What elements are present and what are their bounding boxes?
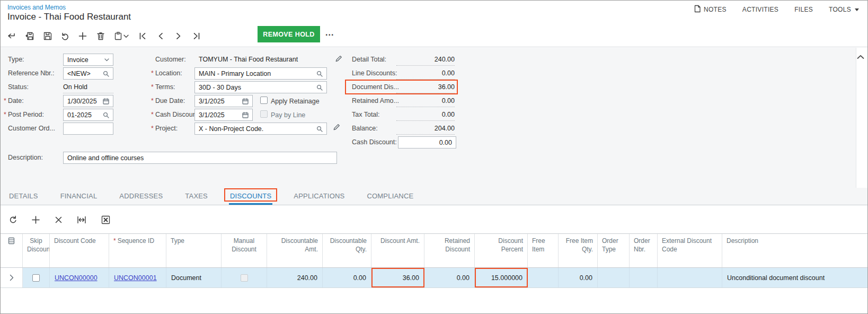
- due-date-field[interactable]: 3/1/2025: [194, 95, 253, 107]
- tab-applications[interactable]: APPLICATIONS: [293, 192, 346, 205]
- balance-label: Balance:: [352, 125, 378, 132]
- edit-customer-pencil-icon[interactable]: [334, 55, 343, 63]
- free-item-cell[interactable]: [528, 268, 559, 287]
- sequence-id-link[interactable]: UNCON00001: [114, 274, 157, 282]
- col-header-discount-percent[interactable]: Discount Percent: [475, 234, 528, 267]
- col-header-external-discount-code[interactable]: External Discount Code: [658, 234, 722, 267]
- col-header-description[interactable]: Description: [722, 234, 868, 267]
- tab-addresses[interactable]: ADDRESSES: [118, 192, 164, 205]
- save-and-close-icon[interactable]: [24, 31, 35, 41]
- project-field[interactable]: X - Non-Project Code.: [194, 123, 327, 135]
- fit-width-icon[interactable]: [76, 214, 87, 225]
- back-arrow-icon[interactable]: [6, 31, 16, 41]
- discount-amt-cell[interactable]: 36.00: [371, 268, 424, 287]
- retained-discount-cell[interactable]: 0.00: [424, 268, 475, 287]
- magnifier-icon[interactable]: [316, 126, 323, 132]
- clipboard-chevron-down-icon[interactable]: [123, 31, 129, 41]
- grid-settings-icon[interactable]: [1, 234, 23, 267]
- col-header-discountable-amt[interactable]: Discountable Amt.: [267, 234, 323, 267]
- external-discount-code-cell[interactable]: [658, 268, 722, 287]
- calendar-icon[interactable]: [103, 98, 109, 104]
- magnifier-icon[interactable]: [316, 71, 323, 77]
- notes-button[interactable]: NOTES: [694, 5, 727, 14]
- tab-compliance[interactable]: COMPLIANCE: [366, 192, 414, 205]
- magnifier-icon[interactable]: [103, 71, 109, 77]
- tab-discounts[interactable]: DISCOUNTS: [229, 192, 272, 205]
- edit-project-pencil-icon[interactable]: [332, 123, 341, 132]
- go-last-icon[interactable]: [191, 31, 202, 41]
- go-prev-icon[interactable]: [155, 31, 166, 41]
- col-header-order-type[interactable]: Order Type: [598, 234, 630, 267]
- add-row-icon[interactable]: [30, 214, 41, 225]
- magnifier-icon[interactable]: [103, 112, 109, 118]
- discounts-grid: Skip Discount Discount Code *Sequence ID…: [1, 233, 868, 288]
- date-field[interactable]: 1/30/2025: [63, 95, 113, 107]
- clipboard-icon[interactable]: [113, 31, 123, 41]
- tab-financial[interactable]: FINANCIAL: [59, 192, 99, 205]
- col-header-free-item[interactable]: Free Item: [528, 234, 559, 267]
- type-select[interactable]: Invoice: [63, 54, 113, 66]
- refresh-icon[interactable]: [7, 214, 19, 225]
- row-selector-chevron-icon[interactable]: [1, 268, 23, 287]
- undo-icon[interactable]: [60, 31, 70, 41]
- customer-order-field[interactable]: [63, 123, 113, 135]
- col-header-skip-discount[interactable]: Skip Discount: [23, 234, 50, 267]
- col-header-type[interactable]: Type: [166, 234, 222, 267]
- discountable-amt-cell[interactable]: 240.00: [267, 268, 323, 287]
- more-actions-button[interactable]: ...: [325, 28, 334, 38]
- calendar-icon[interactable]: [242, 112, 249, 118]
- save-icon[interactable]: [42, 31, 53, 41]
- customer-label: Customer:: [155, 56, 186, 63]
- remove-hold-button[interactable]: REMOVE HOLD: [258, 26, 320, 42]
- col-header-order-nbr[interactable]: Order Nbr.: [630, 234, 658, 267]
- discount-code-cell[interactable]: UNCON00000: [50, 268, 109, 287]
- skip-discount-checkbox[interactable]: [32, 274, 40, 282]
- col-header-sequence-id[interactable]: *Sequence ID: [109, 234, 166, 267]
- col-header-manual-discount[interactable]: Manual Discount: [222, 234, 267, 267]
- go-first-icon[interactable]: [137, 31, 148, 41]
- activities-button[interactable]: ACTIVITIES: [742, 6, 778, 13]
- description-cell[interactable]: Unconditional document discount: [722, 268, 868, 287]
- col-header-discount-amt[interactable]: Discount Amt.: [371, 234, 424, 267]
- apply-retainage-checkbox[interactable]: [260, 97, 268, 104]
- order-type-cell[interactable]: [598, 268, 630, 287]
- col-header-discountable-qty[interactable]: Discountable Qty.: [323, 234, 371, 267]
- delete-record-icon[interactable]: [95, 31, 106, 41]
- post-period-label: *Post Period:: [4, 111, 44, 118]
- form-scroll-gutter[interactable]: [856, 48, 868, 205]
- excel-export-icon[interactable]: [100, 214, 111, 225]
- calendar-icon[interactable]: [242, 98, 249, 104]
- location-field[interactable]: MAIN - Primary Location: [194, 67, 327, 80]
- post-period-field[interactable]: 01-2025: [63, 109, 113, 121]
- chevron-down-icon[interactable]: [104, 58, 109, 62]
- add-record-icon[interactable]: [77, 31, 88, 41]
- col-header-retained-discount[interactable]: Retained Discount: [424, 234, 475, 267]
- tab-details[interactable]: DETAILS: [8, 192, 39, 205]
- collapse-summary-icon[interactable]: [857, 52, 866, 59]
- magnifier-icon[interactable]: [316, 84, 323, 91]
- tab-taxes[interactable]: TAXES: [184, 192, 209, 205]
- sequence-id-cell[interactable]: UNCON00001: [109, 268, 166, 287]
- tools-menu-button[interactable]: TOOLS: [829, 6, 859, 13]
- line-discounts-label: Line Discounts:: [352, 69, 397, 77]
- breadcrumb[interactable]: Invoices and Memos: [7, 4, 66, 11]
- customer-value[interactable]: TOMYUM - Thai Food Restaurant: [199, 56, 298, 63]
- delete-row-icon[interactable]: [52, 214, 64, 225]
- discount-percent-cell[interactable]: 15.000000: [475, 268, 528, 287]
- cash-discount-date-field[interactable]: 3/1/2025: [194, 109, 253, 121]
- document-discounts-label: Document Dis...: [352, 83, 399, 91]
- terms-field[interactable]: 30D - 30 Days: [194, 81, 327, 93]
- skip-discount-cell[interactable]: [23, 268, 50, 287]
- discount-code-link[interactable]: UNCON00000: [55, 274, 98, 282]
- order-nbr-cell[interactable]: [630, 268, 658, 287]
- type-cell[interactable]: Document: [166, 268, 222, 287]
- reference-nbr-field[interactable]: <NEW>: [63, 67, 113, 80]
- go-next-icon[interactable]: [173, 31, 184, 41]
- files-button[interactable]: FILES: [794, 6, 813, 13]
- col-header-free-item-qty[interactable]: Free Item Qty.: [559, 234, 598, 267]
- description-field[interactable]: Online and offline courses: [63, 152, 337, 164]
- cash-discount-field[interactable]: 0.00: [398, 136, 456, 149]
- discountable-qty-cell[interactable]: 0.00: [323, 268, 371, 287]
- col-header-discount-code[interactable]: Discount Code: [50, 234, 109, 267]
- free-item-qty-cell[interactable]: 0.00: [559, 268, 598, 287]
